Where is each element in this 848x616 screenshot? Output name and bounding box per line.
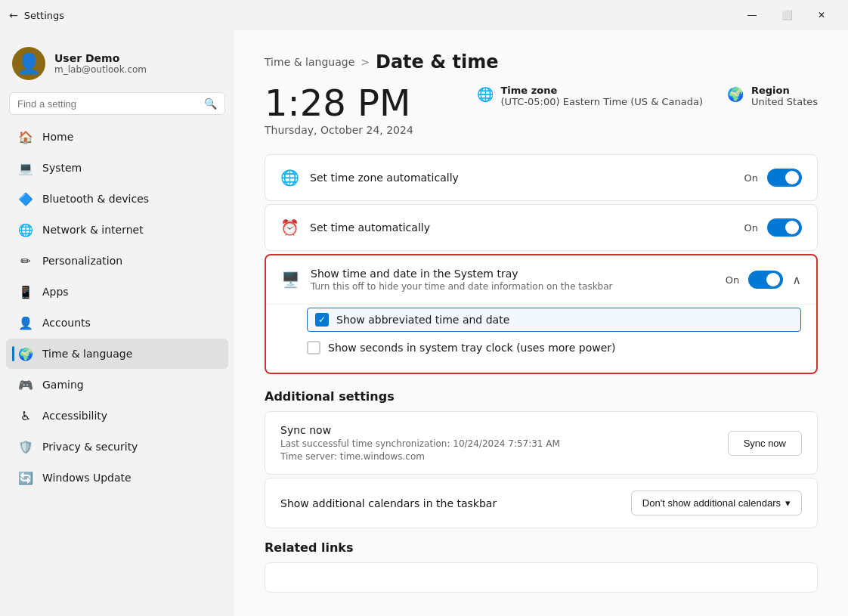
nav-label-system: System: [42, 162, 82, 174]
time-zone-info: Time zone (UTC-05:00) Eastern Time (US &…: [501, 85, 703, 107]
current-date: Thursday, October 24, 2024: [265, 124, 413, 136]
time-auto-text: Set time automatically: [310, 221, 430, 234]
search-input[interactable]: [17, 98, 198, 110]
sidebar-item-network[interactable]: 🌐 Network & internet: [6, 215, 228, 245]
current-time: 1:28 PM: [265, 85, 413, 121]
close-button[interactable]: ✕: [804, 3, 839, 27]
show-seconds-checkbox[interactable]: [307, 341, 320, 354]
sidebar-item-apps[interactable]: 📱 Apps: [6, 277, 228, 307]
nav-icon-bluetooth: 🔷: [18, 191, 33, 206]
nav-label-bluetooth: Bluetooth & devices: [42, 193, 149, 205]
calendar-label: Show additional calendars in the taskbar: [280, 497, 497, 509]
sidebar-item-home[interactable]: 🏠 Home: [6, 122, 228, 152]
nav-icon-windows-update: 🔄: [18, 470, 33, 485]
nav-icon-accounts: 👤: [18, 315, 33, 330]
time-auto-toggle-label: On: [744, 222, 758, 234]
user-info: User Demo m_lab@outlook.com: [54, 52, 147, 75]
time-auto-toggle[interactable]: [767, 218, 802, 237]
user-email: m_lab@outlook.com: [54, 64, 147, 75]
settings-cards: 🌐 Set time zone automatically On ⏰: [265, 154, 818, 374]
timezone-auto-toggle-label: On: [744, 172, 758, 184]
additional-settings-title: Additional settings: [265, 389, 818, 404]
avatar-image: 👤: [12, 47, 45, 80]
search-icon: 🔍: [204, 98, 217, 110]
sync-title: Sync now: [280, 424, 560, 436]
region-icon: 🌍: [727, 86, 744, 102]
nav-label-network: Network & internet: [42, 224, 144, 236]
sidebar-item-accounts[interactable]: 👤 Accounts: [6, 308, 228, 338]
nav-label-home: Home: [42, 131, 73, 143]
sidebar-item-system[interactable]: 💻 System: [6, 153, 228, 183]
main-content: Time & language > Date & time 1:28 PM Th…: [234, 30, 848, 616]
user-name: User Demo: [54, 52, 147, 64]
set-timezone-auto-card: 🌐 Set time zone automatically On: [265, 154, 818, 201]
nav-container: 🏠 Home 💻 System 🔷 Bluetooth & devices 🌐 …: [0, 121, 234, 494]
sidebar-item-privacy-security[interactable]: 🛡️ Privacy & security: [6, 432, 228, 462]
show-time-tray-row: 🖥️ Show time and date in the System tray…: [266, 255, 816, 304]
show-seconds-label: Show seconds in system tray clock (uses …: [328, 342, 616, 354]
nav-icon-gaming: 🎮: [18, 377, 33, 392]
user-profile[interactable]: 👤 User Demo m_lab@outlook.com: [0, 38, 234, 92]
app-body: 👤 User Demo m_lab@outlook.com 🔍 🏠 Home 💻…: [0, 30, 848, 616]
sidebar-item-bluetooth[interactable]: 🔷 Bluetooth & devices: [6, 184, 228, 214]
avatar-figure: 👤: [17, 52, 41, 75]
sidebar-item-accessibility[interactable]: ♿ Accessibility: [6, 401, 228, 431]
nav-icon-apps: 📱: [18, 284, 33, 299]
tray-expand-btn[interactable]: ∧: [792, 273, 801, 287]
minimize-button[interactable]: —: [735, 3, 769, 27]
nav-icon-time-language: 🌍: [18, 346, 33, 361]
set-time-left: ⏰ Set time automatically: [280, 218, 430, 237]
sync-server: Time server: time.windows.com: [280, 451, 560, 462]
related-links-card: [265, 562, 818, 593]
related-links-title: Related links: [265, 540, 818, 555]
maximize-button[interactable]: ⬜: [769, 3, 804, 27]
sidebar: 👤 User Demo m_lab@outlook.com 🔍 🏠 Home 💻…: [0, 30, 234, 616]
search-box[interactable]: 🔍: [9, 92, 225, 115]
sidebar-item-time-language[interactable]: 🌍 Time & language: [6, 339, 228, 369]
sync-info: Sync now Last successful time synchroniz…: [280, 424, 560, 462]
tray-title: Show time and date in the System tray: [311, 268, 613, 280]
nav-label-personalization: Personalization: [42, 255, 122, 267]
calendar-dropdown-value: Don't show additional calendars: [642, 497, 781, 509]
breadcrumb-current: Date & time: [376, 51, 499, 73]
tray-desc: Turn this off to hide your time and date…: [311, 281, 613, 292]
show-time-tray-left: 🖥️ Show time and date in the System tray…: [281, 268, 613, 292]
nav-label-privacy-security: Privacy & security: [42, 441, 138, 453]
back-icon[interactable]: ←: [9, 9, 18, 21]
nav-label-windows-update: Windows Update: [42, 472, 132, 484]
calendar-dropdown[interactable]: Don't show additional calendars ▾: [631, 491, 802, 515]
sidebar-item-personalization[interactable]: ✏️ Personalization: [6, 246, 228, 276]
timezone-auto-toggle[interactable]: [767, 169, 802, 187]
timezone-auto-text: Set time zone automatically: [310, 172, 459, 184]
tray-toggle[interactable]: [748, 271, 783, 289]
title-bar-left: ← Settings: [9, 9, 64, 21]
sync-now-button[interactable]: Sync now: [728, 431, 802, 456]
time-section: 1:28 PM Thursday, October 24, 2024 🌐 Tim…: [265, 85, 818, 136]
calendar-dropdown-icon: ▾: [785, 497, 791, 509]
sidebar-item-gaming[interactable]: 🎮 Gaming: [6, 370, 228, 400]
window-controls: — ⬜ ✕: [735, 3, 839, 27]
region-label: Region: [751, 85, 818, 96]
tray-right: On ∧: [726, 271, 801, 289]
time-zone-item: 🌐 Time zone (UTC-05:00) Eastern Time (US…: [477, 85, 703, 107]
nav-label-gaming: Gaming: [42, 379, 84, 391]
show-abbrev-checkbox[interactable]: ✓: [315, 313, 329, 327]
breadcrumb-parent[interactable]: Time & language: [265, 56, 354, 68]
region-value: United States: [751, 96, 818, 107]
nav-icon-personalization: ✏️: [18, 253, 33, 268]
tray-text: Show time and date in the System tray Tu…: [311, 268, 613, 292]
time-display: 1:28 PM Thursday, October 24, 2024: [265, 85, 413, 136]
region-info: Region United States: [751, 85, 818, 107]
show-seconds-row: Show seconds in system tray clock (uses …: [307, 335, 801, 361]
timezone-auto-title: Set time zone automatically: [310, 172, 459, 184]
nav-icon-system: 💻: [18, 160, 33, 175]
sidebar-item-windows-update[interactable]: 🔄 Windows Update: [6, 463, 228, 493]
tray-icon: 🖥️: [281, 271, 300, 289]
nav-label-accessibility: Accessibility: [42, 410, 107, 422]
show-abbrev-label: Show abbreviated time and date: [336, 314, 509, 326]
avatar: 👤: [12, 47, 45, 80]
title-bar: ← Settings — ⬜ ✕: [0, 0, 848, 30]
nav-icon-network: 🌐: [18, 222, 33, 237]
time-zone-icon: 🌐: [477, 86, 494, 102]
set-timezone-auto-row: 🌐 Set time zone automatically On: [265, 155, 817, 200]
